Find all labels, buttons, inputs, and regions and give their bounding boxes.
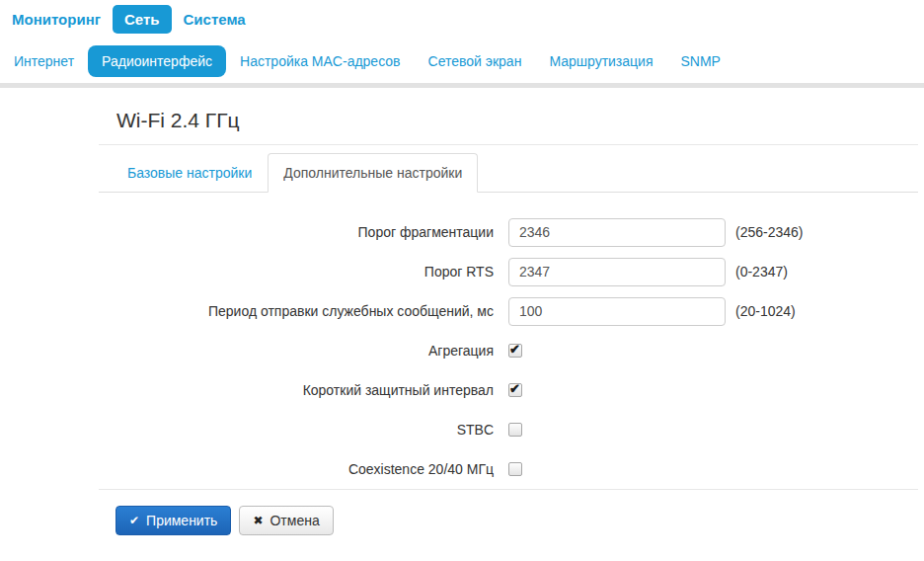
nav-internet[interactable]: Интернет (0, 45, 88, 77)
nav-snmp[interactable]: SNMP (666, 45, 733, 77)
fragmentation-threshold-label: Порог фрагментации (99, 224, 494, 240)
form-row-coexistence: Coexistence 20/40 МГц (99, 449, 918, 489)
nav-routing[interactable]: Маршрутизация (535, 45, 666, 77)
settings-tabs: Базовые настройки Дополнительные настрой… (99, 153, 918, 193)
nav-firewall[interactable]: Сетевой экран (415, 45, 536, 77)
header-divider (0, 83, 924, 88)
router-admin-page: Мониторинг Сеть Система Интернет Радиоин… (0, 0, 924, 561)
beacon-interval-hint: (20-1024) (735, 303, 796, 319)
nav-mac-settings[interactable]: Настройка MAC-адресов (226, 45, 415, 77)
beacon-interval-label: Период отправки служебных сообщений, мс (99, 303, 494, 319)
nav-system[interactable]: Система (172, 5, 258, 34)
fragmentation-threshold-input[interactable] (508, 218, 726, 247)
beacon-interval-input[interactable] (508, 297, 726, 326)
apply-button-label: Применить (146, 514, 217, 527)
form-row-short-guard-interval: Короткий защитный интервал (99, 370, 918, 410)
check-icon: ✔ (129, 515, 139, 526)
advanced-settings-form: Порог фрагментации (256-2346) Порог RTS … (99, 212, 918, 489)
actions-divider (99, 489, 918, 490)
nav-monitoring[interactable]: Мониторинг (0, 5, 113, 34)
rts-threshold-input[interactable] (508, 258, 726, 286)
nav-network[interactable]: Сеть (113, 5, 172, 34)
aggregation-checkbox[interactable] (508, 344, 522, 358)
tab-basic-settings[interactable]: Базовые настройки (112, 153, 268, 193)
aggregation-label: Агрегация (99, 343, 494, 359)
close-icon: ✖ (253, 515, 263, 526)
secondary-nav: Интернет Радиоинтерфейс Настройка MAC-ад… (0, 45, 924, 77)
content-area: Wi-Fi 2.4 ГГц Базовые настройки Дополнит… (99, 109, 918, 535)
stbc-checkbox[interactable] (508, 423, 522, 437)
coexistence-checkbox[interactable] (508, 462, 522, 476)
form-actions: ✔ Применить ✖ Отмена (116, 506, 918, 535)
form-row-fragmentation-threshold: Порог фрагментации (256-2346) (99, 212, 918, 252)
short-guard-interval-checkbox[interactable] (508, 383, 522, 397)
form-row-aggregation: Агрегация (99, 331, 918, 370)
rts-threshold-label: Порог RTS (99, 264, 494, 280)
tab-advanced-settings[interactable]: Дополнительные настройки (268, 153, 478, 193)
primary-nav: Мониторинг Сеть Система (0, 0, 924, 34)
short-guard-interval-label: Короткий защитный интервал (99, 382, 494, 398)
form-row-stbc: STBC (99, 410, 918, 449)
nav-radio-interface[interactable]: Радиоинтерфейс (88, 45, 226, 77)
cancel-button-label: Отмена (270, 514, 319, 527)
form-row-rts-threshold: Порог RTS (0-2347) (99, 252, 918, 291)
apply-button[interactable]: ✔ Применить (116, 506, 231, 535)
rts-threshold-hint: (0-2347) (735, 264, 788, 280)
form-row-beacon-interval: Период отправки служебных сообщений, мс … (99, 291, 918, 331)
fragmentation-threshold-hint: (256-2346) (735, 224, 804, 240)
page-title: Wi-Fi 2.4 ГГц (116, 109, 918, 132)
stbc-label: STBC (99, 422, 494, 438)
coexistence-label: Coexistence 20/40 МГц (99, 461, 494, 477)
cancel-button[interactable]: ✖ Отмена (239, 506, 333, 535)
title-divider (99, 144, 918, 145)
